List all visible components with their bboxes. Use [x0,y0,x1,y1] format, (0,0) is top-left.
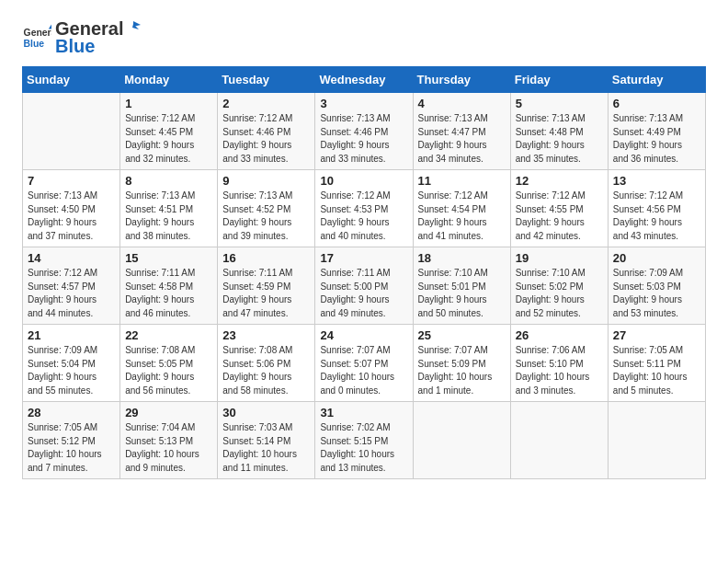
calendar-cell: 18Sunrise: 7:10 AM Sunset: 5:01 PM Dayli… [413,247,510,325]
day-number: 26 [516,328,603,342]
calendar-cell: 31Sunrise: 7:02 AM Sunset: 5:15 PM Dayli… [315,402,413,479]
cell-info: Sunrise: 7:12 AM Sunset: 4:55 PM Dayligh… [516,190,603,243]
day-number: 1 [125,97,212,110]
col-header-tuesday: Tuesday [218,67,315,93]
cell-info: Sunrise: 7:08 AM Sunset: 5:06 PM Dayligh… [222,344,310,397]
day-number: 3 [320,97,407,110]
day-number: 15 [125,251,212,265]
calendar-cell: 4Sunrise: 7:13 AM Sunset: 4:47 PM Daylig… [413,93,510,170]
svg-text:General: General [24,28,51,38]
day-number: 21 [28,328,115,342]
calendar-cell: 5Sunrise: 7:13 AM Sunset: 4:48 PM Daylig… [510,93,608,170]
calendar-table: SundayMondayTuesdayWednesdayThursdayFrid… [22,66,706,479]
cell-info: Sunrise: 7:08 AM Sunset: 5:05 PM Dayligh… [125,344,212,397]
calendar-cell: 24Sunrise: 7:07 AM Sunset: 5:07 PM Dayli… [315,325,413,402]
day-number: 20 [613,251,700,265]
cell-info: Sunrise: 7:11 AM Sunset: 5:00 PM Dayligh… [320,267,407,320]
calendar-cell [608,402,705,479]
cell-info: Sunrise: 7:13 AM Sunset: 4:50 PM Dayligh… [28,190,115,243]
cell-info: Sunrise: 7:02 AM Sunset: 5:15 PM Dayligh… [320,421,407,475]
calendar-cell: 6Sunrise: 7:13 AM Sunset: 4:49 PM Daylig… [608,93,705,170]
cell-info: Sunrise: 7:12 AM Sunset: 4:53 PM Dayligh… [320,190,407,243]
calendar-cell: 11Sunrise: 7:12 AM Sunset: 4:54 PM Dayli… [413,170,510,247]
cell-info: Sunrise: 7:12 AM Sunset: 4:57 PM Dayligh… [28,267,115,320]
calendar-cell: 8Sunrise: 7:13 AM Sunset: 4:51 PM Daylig… [120,170,218,247]
calendar-cell: 9Sunrise: 7:13 AM Sunset: 4:52 PM Daylig… [218,170,315,247]
cell-info: Sunrise: 7:10 AM Sunset: 5:01 PM Dayligh… [418,267,506,320]
calendar-cell: 21Sunrise: 7:09 AM Sunset: 5:04 PM Dayli… [23,325,120,402]
cell-info: Sunrise: 7:05 AM Sunset: 5:12 PM Dayligh… [28,421,115,475]
col-header-saturday: Saturday [608,67,705,93]
calendar-week-4: 21Sunrise: 7:09 AM Sunset: 5:04 PM Dayli… [23,325,706,402]
day-number: 25 [418,328,506,342]
cell-info: Sunrise: 7:11 AM Sunset: 4:59 PM Dayligh… [222,267,310,320]
calendar-cell: 19Sunrise: 7:10 AM Sunset: 5:02 PM Dayli… [510,247,608,325]
day-number: 17 [320,251,407,265]
day-number: 24 [320,328,407,342]
col-header-monday: Monday [120,67,218,93]
cell-info: Sunrise: 7:12 AM Sunset: 4:54 PM Dayligh… [418,190,506,243]
cell-info: Sunrise: 7:07 AM Sunset: 5:09 PM Dayligh… [418,344,506,397]
calendar-cell: 23Sunrise: 7:08 AM Sunset: 5:06 PM Dayli… [218,325,315,402]
cell-info: Sunrise: 7:11 AM Sunset: 4:58 PM Dayligh… [125,267,212,320]
calendar-cell: 2Sunrise: 7:12 AM Sunset: 4:46 PM Daylig… [218,93,315,170]
cell-info: Sunrise: 7:13 AM Sunset: 4:52 PM Dayligh… [222,190,310,243]
day-number: 31 [320,406,407,419]
day-number: 19 [516,251,603,265]
calendar-week-5: 28Sunrise: 7:05 AM Sunset: 5:12 PM Dayli… [23,402,706,479]
calendar-cell [510,402,608,479]
day-number: 29 [125,406,212,419]
day-number: 18 [418,251,506,265]
col-header-friday: Friday [510,67,608,93]
cell-info: Sunrise: 7:06 AM Sunset: 5:10 PM Dayligh… [516,344,603,397]
cell-info: Sunrise: 7:04 AM Sunset: 5:13 PM Dayligh… [125,421,212,475]
calendar-week-2: 7Sunrise: 7:13 AM Sunset: 4:50 PM Daylig… [23,170,706,247]
cell-info: Sunrise: 7:13 AM Sunset: 4:49 PM Dayligh… [613,112,700,166]
day-number: 14 [28,251,115,265]
calendar-cell: 13Sunrise: 7:12 AM Sunset: 4:56 PM Dayli… [608,170,705,247]
day-number: 30 [222,406,310,419]
col-header-wednesday: Wednesday [315,67,413,93]
calendar-cell: 25Sunrise: 7:07 AM Sunset: 5:09 PM Dayli… [413,325,510,402]
svg-text:Blue: Blue [24,39,45,49]
col-header-thursday: Thursday [413,67,510,93]
calendar-cell: 15Sunrise: 7:11 AM Sunset: 4:58 PM Dayli… [120,247,218,325]
cell-info: Sunrise: 7:12 AM Sunset: 4:46 PM Dayligh… [222,112,310,166]
cell-info: Sunrise: 7:12 AM Sunset: 4:45 PM Dayligh… [125,112,212,166]
calendar-cell: 22Sunrise: 7:08 AM Sunset: 5:05 PM Dayli… [120,325,218,402]
calendar-cell: 1Sunrise: 7:12 AM Sunset: 4:45 PM Daylig… [120,93,218,170]
calendar-cell: 27Sunrise: 7:05 AM Sunset: 5:11 PM Dayli… [608,325,705,402]
day-number: 5 [516,97,603,110]
cell-info: Sunrise: 7:13 AM Sunset: 4:51 PM Dayligh… [125,190,212,243]
day-number: 13 [613,174,700,188]
cell-info: Sunrise: 7:13 AM Sunset: 4:46 PM Dayligh… [320,112,407,166]
day-number: 27 [613,328,700,342]
calendar-cell [23,93,120,170]
cell-info: Sunrise: 7:07 AM Sunset: 5:07 PM Dayligh… [320,344,407,397]
logo: General Blue General Blue [22,18,141,57]
cell-info: Sunrise: 7:05 AM Sunset: 5:11 PM Dayligh… [613,344,700,397]
calendar-cell [413,402,510,479]
calendar-cell: 26Sunrise: 7:06 AM Sunset: 5:10 PM Dayli… [510,325,608,402]
day-number: 6 [613,97,700,110]
cell-info: Sunrise: 7:09 AM Sunset: 5:04 PM Dayligh… [28,344,115,397]
calendar-cell: 16Sunrise: 7:11 AM Sunset: 4:59 PM Dayli… [218,247,315,325]
cell-info: Sunrise: 7:12 AM Sunset: 4:56 PM Dayligh… [613,190,700,243]
day-number: 11 [418,174,506,188]
cell-info: Sunrise: 7:09 AM Sunset: 5:03 PM Dayligh… [613,267,700,320]
day-number: 28 [28,406,115,419]
day-number: 16 [222,251,310,265]
cell-info: Sunrise: 7:10 AM Sunset: 5:02 PM Dayligh… [516,267,603,320]
calendar-cell: 20Sunrise: 7:09 AM Sunset: 5:03 PM Dayli… [608,247,705,325]
day-number: 8 [125,174,212,188]
day-number: 10 [320,174,407,188]
cell-info: Sunrise: 7:03 AM Sunset: 5:14 PM Dayligh… [222,421,310,475]
cell-info: Sunrise: 7:13 AM Sunset: 4:48 PM Dayligh… [516,112,603,166]
calendar-cell: 7Sunrise: 7:13 AM Sunset: 4:50 PM Daylig… [23,170,120,247]
calendar-cell: 14Sunrise: 7:12 AM Sunset: 4:57 PM Dayli… [23,247,120,325]
calendar-cell: 30Sunrise: 7:03 AM Sunset: 5:14 PM Dayli… [218,402,315,479]
calendar-cell: 3Sunrise: 7:13 AM Sunset: 4:46 PM Daylig… [315,93,413,170]
header: General Blue General Blue [22,18,706,57]
calendar-cell: 17Sunrise: 7:11 AM Sunset: 5:00 PM Dayli… [315,247,413,325]
calendar-cell: 29Sunrise: 7:04 AM Sunset: 5:13 PM Dayli… [120,402,218,479]
